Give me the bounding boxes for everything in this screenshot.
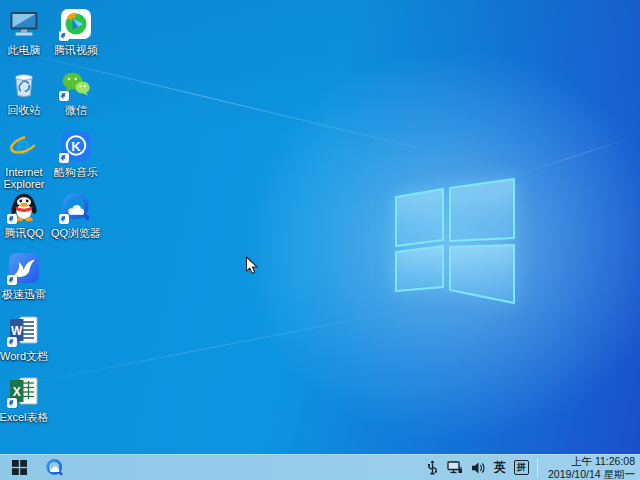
tencent-video-icon (59, 7, 93, 41)
ime-pinyin-icon[interactable]: 拼 (514, 460, 529, 475)
usb-safely-remove-icon[interactable] (426, 460, 439, 475)
shortcut-arrow-icon (7, 337, 17, 347)
system-tray: 英 拼 上午 11:26:08 2019/10/14 星期一 (426, 455, 640, 480)
desktop-icon-label: Excel表格 (0, 411, 52, 423)
desktop-icon-label: Internet Explorer (0, 166, 52, 190)
desktop-icon-excel-sheet[interactable]: X Excel表格 (1, 374, 47, 423)
recycle-bin-icon (7, 67, 41, 101)
shortcut-arrow-icon (7, 275, 17, 285)
start-button[interactable] (0, 455, 38, 480)
clock-date: 2019/10/14 星期一 (548, 468, 635, 480)
shortcut-arrow-icon (59, 91, 69, 101)
svg-text:K: K (71, 139, 81, 154)
shortcut-arrow-icon (7, 398, 17, 408)
shortcut-arrow-icon (59, 153, 69, 163)
xunlei-thunder-icon (7, 251, 41, 285)
desktop-icon-this-pc[interactable]: 此电脑 (1, 7, 47, 56)
shortcut-arrow-icon (7, 214, 17, 224)
light-ray (512, 133, 640, 177)
clock-time: 上午 11:26:08 (548, 455, 635, 468)
word-document-icon: W (7, 313, 41, 347)
desktop-icon-internet-explorer[interactable]: e Internet Explorer (1, 129, 47, 190)
desktop-icon-tencent-qq[interactable]: 腾讯QQ (1, 190, 47, 239)
kugou-music-icon: K (59, 129, 93, 163)
this-pc-icon (7, 7, 41, 41)
desktop-icon-label: 微信 (48, 104, 104, 116)
svg-text:e: e (15, 131, 30, 161)
windows-logo (390, 172, 520, 307)
qq-browser-icon (45, 458, 64, 477)
shortcut-arrow-icon (59, 214, 69, 224)
shortcut-arrow-icon (59, 31, 69, 41)
mouse-cursor (245, 256, 259, 276)
tray-divider (537, 459, 538, 477)
desktop-icon-tencent-video[interactable]: 腾讯视频 (53, 7, 99, 56)
svg-text:X: X (13, 385, 21, 399)
tencent-qq-icon (7, 190, 41, 224)
language-indicator[interactable]: 英 (494, 459, 506, 476)
qq-browser-icon (59, 190, 93, 224)
desktop-icon-label: 腾讯QQ (0, 227, 52, 239)
internet-explorer-icon: e (7, 129, 41, 163)
desktop-icon-word-document[interactable]: W Word文档 (1, 313, 47, 362)
network-status-icon[interactable] (447, 461, 463, 475)
desktop-icon-label: 腾讯视频 (48, 44, 104, 56)
desktop-icon-qq-browser[interactable]: QQ浏览器 (53, 190, 99, 239)
taskbar: 英 拼 上午 11:26:08 2019/10/14 星期一 (0, 454, 640, 480)
desktop-icon-label: 酷狗音乐 (48, 166, 104, 178)
wechat-icon (59, 67, 93, 101)
desktop-wallpaper[interactable]: 此电脑 腾讯视频 (0, 0, 640, 454)
desktop-icon-label: Word文档 (0, 350, 52, 362)
svg-text:W: W (11, 324, 23, 338)
desktop-icon-xunlei-thunder[interactable]: 极速迅雷 (1, 251, 47, 300)
desktop-icon-recycle-bin[interactable]: 回收站 (1, 67, 47, 116)
taskbar-qq-browser-button[interactable] (38, 455, 70, 480)
desktop-icon-label: QQ浏览器 (48, 227, 104, 239)
start-windows-icon (12, 460, 27, 475)
desktop-icon-label: 回收站 (0, 104, 52, 116)
desktop-icon-label: 此电脑 (0, 44, 52, 56)
volume-icon[interactable] (471, 461, 486, 475)
taskbar-clock[interactable]: 上午 11:26:08 2019/10/14 星期一 (546, 455, 635, 480)
desktop-icon-kugou-music[interactable]: K 酷狗音乐 (53, 129, 99, 178)
windows-desktop: 此电脑 腾讯视频 (0, 0, 640, 480)
excel-sheet-icon: X (7, 374, 41, 408)
desktop-icon-wechat[interactable]: 微信 (53, 67, 99, 116)
light-ray (0, 300, 454, 389)
desktop-icon-label: 极速迅雷 (0, 288, 52, 300)
